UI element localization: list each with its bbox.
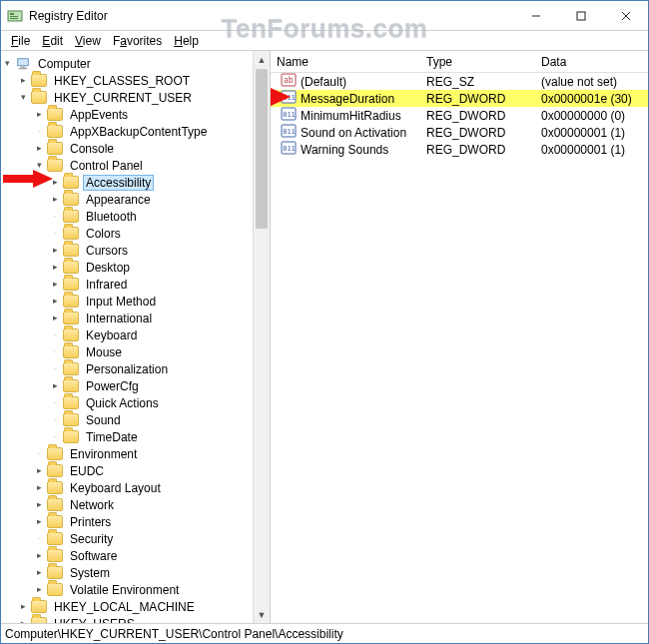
expand-toggle[interactable]: ▸ bbox=[49, 177, 61, 189]
column-header-name[interactable]: Name bbox=[271, 55, 420, 69]
tree-node-software[interactable]: ▸Software bbox=[1, 547, 270, 564]
expand-toggle[interactable]: · bbox=[49, 363, 61, 375]
expand-toggle[interactable]: · bbox=[49, 431, 61, 443]
expand-toggle[interactable]: · bbox=[49, 228, 61, 240]
list-row[interactable]: 011Sound on ActivationREG_DWORD0x0000000… bbox=[271, 124, 648, 141]
expand-toggle[interactable]: ▸ bbox=[49, 194, 61, 206]
expand-toggle[interactable]: ▾ bbox=[1, 58, 13, 70]
tree-node-system[interactable]: ▸System bbox=[1, 564, 270, 581]
expand-toggle[interactable]: ▸ bbox=[33, 584, 45, 596]
expand-toggle[interactable]: · bbox=[49, 414, 61, 426]
tree-node-security[interactable]: ·Security bbox=[1, 530, 270, 547]
expand-toggle[interactable]: ▸ bbox=[49, 313, 61, 324]
expand-toggle[interactable]: ▸ bbox=[17, 75, 29, 87]
svg-rect-2 bbox=[10, 16, 18, 17]
expand-toggle[interactable]: ▸ bbox=[49, 296, 61, 308]
tree-node-desktop[interactable]: ▸Desktop bbox=[1, 259, 270, 276]
values-pane[interactable]: Name Type Data ab(Default)REG_SZ(value n… bbox=[271, 51, 648, 623]
expand-toggle[interactable]: ▸ bbox=[17, 601, 29, 613]
expand-toggle[interactable]: ▸ bbox=[49, 262, 61, 274]
menu-favorites[interactable]: Favorites bbox=[107, 32, 168, 50]
folder-icon bbox=[31, 91, 47, 104]
expand-toggle[interactable]: · bbox=[49, 329, 61, 341]
tree-node-keyboardlayout[interactable]: ▸Keyboard Layout bbox=[1, 479, 270, 496]
expand-toggle[interactable]: · bbox=[49, 346, 61, 358]
tree-scrollbar[interactable]: ▲ ▼ bbox=[253, 51, 270, 623]
minimize-button[interactable] bbox=[513, 1, 558, 30]
registry-editor-window: TenForums.com Registry Editor File Edit … bbox=[0, 0, 649, 644]
tree-node-network[interactable]: ▸Network bbox=[1, 496, 270, 513]
tree-node-powercfg[interactable]: ▸PowerCfg bbox=[1, 377, 270, 394]
scroll-thumb[interactable] bbox=[256, 69, 268, 229]
tree-node-bluetooth[interactable]: ·Bluetooth bbox=[1, 208, 270, 225]
expand-toggle[interactable]: ▸ bbox=[17, 618, 29, 624]
expand-toggle[interactable]: · bbox=[49, 211, 61, 223]
tree-node-printers[interactable]: ▸Printers bbox=[1, 513, 270, 530]
tree-node-colors[interactable]: ·Colors bbox=[1, 225, 270, 242]
menu-help[interactable]: Help bbox=[168, 32, 205, 50]
tree-node-inputmethod[interactable]: ▸Input Method bbox=[1, 293, 270, 310]
expand-toggle[interactable]: ▸ bbox=[33, 499, 45, 511]
tree-node-timedate[interactable]: ·TimeDate bbox=[1, 428, 270, 445]
menu-file[interactable]: File bbox=[5, 32, 36, 50]
expand-toggle[interactable]: ▾ bbox=[33, 160, 45, 172]
tree-node-hkcu[interactable]: ▾HKEY_CURRENT_USER bbox=[1, 89, 270, 106]
tree-node-volatileenv[interactable]: ▸Volatile Environment bbox=[1, 581, 270, 598]
expand-toggle[interactable]: ▾ bbox=[17, 92, 29, 104]
window-title: Registry Editor bbox=[29, 9, 108, 23]
tree-node-international[interactable]: ▸International bbox=[1, 310, 270, 326]
tree-node-console[interactable]: ▸Console bbox=[1, 140, 270, 157]
expand-toggle[interactable]: · bbox=[33, 448, 45, 460]
expand-toggle[interactable]: · bbox=[49, 397, 61, 409]
list-row[interactable]: ab(Default)REG_SZ(value not set) bbox=[271, 73, 648, 90]
expand-toggle[interactable]: · bbox=[33, 126, 45, 138]
close-button[interactable] bbox=[603, 1, 648, 30]
tree-node-computer[interactable]: ▾Computer bbox=[1, 55, 270, 72]
folder-icon bbox=[47, 447, 63, 460]
tree-node-eudc[interactable]: ▸EUDC bbox=[1, 462, 270, 479]
tree-node-controlpanel[interactable]: ▾Control Panel bbox=[1, 157, 270, 174]
tree-node-mouse[interactable]: ·Mouse bbox=[1, 343, 270, 360]
column-header-data[interactable]: Data bbox=[535, 55, 648, 69]
tree-pane[interactable]: ▾Computer▸HKEY_CLASSES_ROOT▾HKEY_CURRENT… bbox=[1, 51, 271, 623]
maximize-button[interactable] bbox=[558, 1, 603, 30]
expand-toggle[interactable]: ▸ bbox=[33, 516, 45, 528]
tree-node-hku[interactable]: ▸HKEY_USERS bbox=[1, 615, 270, 623]
expand-toggle[interactable]: · bbox=[33, 533, 45, 545]
expand-toggle[interactable]: ▸ bbox=[49, 380, 61, 392]
tree-label: AppXBackupContentType bbox=[67, 124, 210, 140]
tree-node-appearance[interactable]: ▸Appearance bbox=[1, 191, 270, 208]
column-header-type[interactable]: Type bbox=[420, 55, 535, 69]
scroll-down-icon[interactable]: ▼ bbox=[254, 606, 270, 623]
tree-node-infrared[interactable]: ▸Infrared bbox=[1, 276, 270, 293]
tree-node-appxbackup[interactable]: ·AppXBackupContentType bbox=[1, 123, 270, 140]
tree-node-quickactions[interactable]: ·Quick Actions bbox=[1, 394, 270, 411]
folder-icon bbox=[47, 583, 63, 596]
expand-toggle[interactable]: ▸ bbox=[33, 109, 45, 121]
tree-node-cursors[interactable]: ▸Cursors bbox=[1, 242, 270, 259]
list-row[interactable]: 011MessageDurationREG_DWORD0x0000001e (3… bbox=[271, 90, 648, 107]
tree-node-sound[interactable]: ·Sound bbox=[1, 411, 270, 428]
svg-text:011: 011 bbox=[283, 111, 296, 119]
list-row[interactable]: 011MinimumHitRadiusREG_DWORD0x00000000 (… bbox=[271, 107, 648, 124]
expand-toggle[interactable]: ▸ bbox=[33, 143, 45, 155]
expand-toggle[interactable]: ▸ bbox=[33, 465, 45, 477]
expand-toggle[interactable]: ▸ bbox=[33, 550, 45, 562]
expand-toggle[interactable]: ▸ bbox=[33, 482, 45, 494]
folder-icon bbox=[31, 74, 47, 87]
expand-toggle[interactable]: ▸ bbox=[49, 245, 61, 257]
tree-label: Control Panel bbox=[67, 158, 146, 174]
tree-node-appevents[interactable]: ▸AppEvents bbox=[1, 106, 270, 123]
tree-node-personalization[interactable]: ·Personalization bbox=[1, 360, 270, 377]
expand-toggle[interactable]: ▸ bbox=[33, 567, 45, 579]
tree-node-hklm[interactable]: ▸HKEY_LOCAL_MACHINE bbox=[1, 598, 270, 615]
tree-node-hkcr[interactable]: ▸HKEY_CLASSES_ROOT bbox=[1, 72, 270, 89]
menu-edit[interactable]: Edit bbox=[36, 32, 69, 50]
tree-node-keyboard[interactable]: ·Keyboard bbox=[1, 326, 270, 343]
expand-toggle[interactable]: ▸ bbox=[49, 279, 61, 291]
tree-node-environment[interactable]: ·Environment bbox=[1, 445, 270, 462]
scroll-up-icon[interactable]: ▲ bbox=[254, 51, 270, 68]
tree-node-accessibility[interactable]: ▸Accessibility bbox=[1, 174, 270, 191]
list-row[interactable]: 011Warning SoundsREG_DWORD0x00000001 (1) bbox=[271, 141, 648, 158]
menu-view[interactable]: View bbox=[69, 32, 107, 50]
